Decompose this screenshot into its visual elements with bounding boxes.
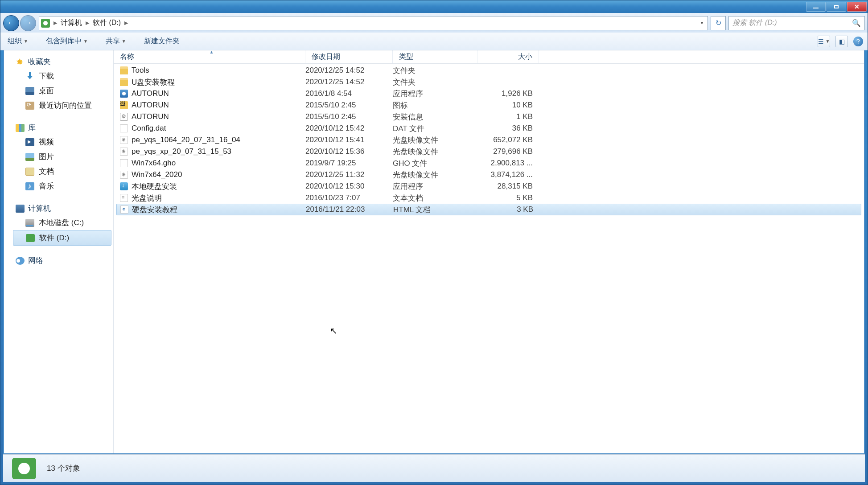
include-in-library-button[interactable]: 包含到库中▼	[43, 35, 91, 48]
file-name: 硬盘安装教程	[132, 205, 177, 215]
sidebar-item-desktop[interactable]: 桌面	[13, 83, 113, 98]
forward-button[interactable]: →	[20, 15, 36, 31]
file-type: 安装信息	[393, 112, 477, 122]
sidebar-item-drive-d[interactable]: 软件 (D:)	[13, 230, 111, 246]
breadcrumb-dropdown[interactable]: ▾	[698, 21, 706, 25]
iso-icon	[120, 148, 128, 156]
sidebar-item-downloads[interactable]: 下载	[13, 69, 113, 83]
sidebar-network-header[interactable]: 网络	[13, 254, 113, 267]
file-row[interactable]: pe_yqs_1064_20_07_31_16_042020/10/12 15:…	[114, 134, 864, 146]
sidebar-item-drive-c[interactable]: 本地磁盘 (C:)	[13, 215, 113, 230]
exe-icon	[120, 90, 128, 98]
minimize-icon	[813, 8, 819, 8]
file-row[interactable]: pe_yqs_xp_20_07_31_15_532020/10/12 15:36…	[114, 146, 864, 157]
file-row[interactable]: AUTORUN2015/5/10 2:45安装信息1 KB	[114, 111, 864, 123]
file-name: Win7x64.gho	[132, 159, 176, 168]
file-name: 光盘说明	[132, 193, 162, 203]
new-folder-button[interactable]: 新建文件夹	[141, 35, 182, 48]
file-row[interactable]: U盘安装教程2020/12/25 14:52文件夹	[114, 76, 864, 88]
file-date: 2020/12/25 11:32	[305, 170, 393, 179]
file-date: 2020/12/25 14:52	[305, 66, 393, 75]
folder-icon	[120, 78, 128, 86]
breadcrumb-drive[interactable]: 软件 (D:)	[92, 16, 122, 29]
help-icon: ?	[856, 38, 860, 45]
file-name: U盘安装教程	[132, 77, 175, 87]
file-name: Tools	[132, 66, 149, 75]
desktop-icon	[25, 87, 34, 95]
breadcrumb[interactable]: ▶ 计算机 ▶ 软件 (D:) ▶ ▾	[39, 16, 708, 30]
download-icon	[25, 72, 34, 80]
file-row[interactable]: Win7x64.gho2019/9/7 19:25GHO 文件2,900,813…	[114, 157, 864, 169]
file-date: 2019/9/7 19:25	[305, 159, 393, 168]
file-date: 2020/12/25 14:52	[305, 78, 393, 86]
file-date: 2015/5/10 2:45	[305, 112, 393, 121]
file-row[interactable]: 硬盘安装教程2016/11/21 22:03HTML 文档3 KB	[116, 204, 861, 215]
refresh-icon: ↻	[716, 19, 721, 27]
file-row[interactable]: Config.dat2020/10/12 15:42DAT 文件36 KB	[114, 123, 864, 134]
close-button[interactable]: ✕	[847, 2, 867, 12]
file-name: 本地硬盘安装	[132, 181, 177, 192]
disk-icon	[26, 234, 35, 242]
file-row[interactable]: 光盘说明2016/10/23 7:07文本文档5 KB	[114, 192, 864, 204]
sidebar-item-pictures[interactable]: 图片	[13, 149, 113, 164]
info-icon	[120, 113, 128, 121]
file-date: 2020/10/12 15:42	[305, 124, 393, 133]
chevron-down-icon: ▼	[122, 39, 126, 44]
share-button[interactable]: 共享▼	[103, 35, 129, 48]
file-row[interactable]: AUTORUN2015/5/10 2:45图标10 KB	[114, 99, 864, 111]
preview-pane-button[interactable]: ◧	[835, 36, 848, 47]
maximize-icon	[834, 5, 839, 8]
titlebar: ✕	[0, 0, 868, 13]
file-size: 2,900,813 ...	[477, 159, 533, 168]
column-size[interactable]: 大小	[477, 50, 539, 63]
html-icon	[120, 206, 128, 214]
file-type: DAT 文件	[393, 123, 477, 134]
refresh-button[interactable]: ↻	[711, 16, 726, 30]
column-name[interactable]: 名称▲	[114, 50, 305, 63]
dat-icon	[120, 124, 128, 132]
file-row[interactable]: 本地硬盘安装2020/10/12 15:30应用程序28,315 KB	[114, 181, 864, 192]
toolbar: 组织▼ 包含到库中▼ 共享▼ 新建文件夹 ☰▼ ◧ ?	[0, 33, 868, 50]
content-area: 收藏夹 下载 桌面 最近访问的位置 库 视频 图片 文档 音乐 计算机 本地磁盘…	[3, 50, 865, 454]
file-size: 36 KB	[477, 124, 533, 133]
file-date: 2020/10/12 15:41	[305, 136, 393, 144]
sidebar: 收藏夹 下载 桌面 最近访问的位置 库 视频 图片 文档 音乐 计算机 本地磁盘…	[4, 50, 114, 453]
column-date[interactable]: 修改日期	[305, 50, 393, 63]
file-name: AUTORUN	[132, 101, 169, 110]
file-size: 3,874,126 ...	[477, 170, 533, 179]
sidebar-libraries-header[interactable]: 库	[13, 121, 113, 135]
minimize-button[interactable]	[806, 2, 826, 12]
star-icon	[16, 58, 25, 66]
column-type[interactable]: 类型	[393, 50, 477, 63]
sidebar-favorites-header[interactable]: 收藏夹	[13, 55, 113, 69]
maximize-button[interactable]	[827, 2, 846, 12]
sidebar-item-videos[interactable]: 视频	[13, 135, 113, 149]
file-type: 光盘映像文件	[393, 170, 477, 180]
navbar: ← → ▶ 计算机 ▶ 软件 (D:) ▶ ▾ ↻ 搜索 软件 (D:) 🔍	[0, 13, 868, 33]
icon-icon	[120, 101, 128, 109]
file-type: 应用程序	[393, 89, 477, 99]
file-type: HTML 文档	[393, 205, 478, 215]
file-row[interactable]: AUTORUN2016/1/8 4:54应用程序1,926 KB	[114, 88, 864, 99]
search-placeholder: 搜索 软件 (D:)	[732, 18, 777, 28]
iso-icon	[120, 171, 128, 179]
sidebar-item-recent[interactable]: 最近访问的位置	[13, 98, 113, 113]
file-row[interactable]: Win7x64_20202020/12/25 11:32光盘映像文件3,874,…	[114, 169, 864, 181]
sidebar-item-music[interactable]: 音乐	[13, 179, 113, 193]
file-row[interactable]: Tools2020/12/25 14:52文件夹	[114, 65, 864, 76]
explorer-window: ✕ ← → ▶ 计算机 ▶ 软件 (D:) ▶ ▾ ↻ 搜索 软件 (D:) 🔍…	[0, 0, 868, 485]
back-button[interactable]: ←	[3, 15, 19, 31]
file-date: 2020/10/12 15:36	[305, 147, 393, 156]
sidebar-item-documents[interactable]: 文档	[13, 164, 113, 179]
help-button[interactable]: ?	[853, 37, 863, 46]
sidebar-computer-header[interactable]: 计算机	[13, 201, 113, 215]
column-headers: 名称▲ 修改日期 类型 大小	[114, 50, 864, 64]
file-name: Win7x64_2020	[132, 170, 182, 179]
organize-button[interactable]: 组织▼	[5, 35, 31, 48]
file-size: 652,072 KB	[477, 136, 533, 144]
view-mode-button[interactable]: ☰▼	[818, 36, 830, 47]
search-icon: 🔍	[852, 19, 861, 27]
breadcrumb-root[interactable]: 计算机	[60, 16, 83, 29]
search-input[interactable]: 搜索 软件 (D:) 🔍	[728, 16, 865, 30]
picture-icon	[25, 153, 34, 161]
